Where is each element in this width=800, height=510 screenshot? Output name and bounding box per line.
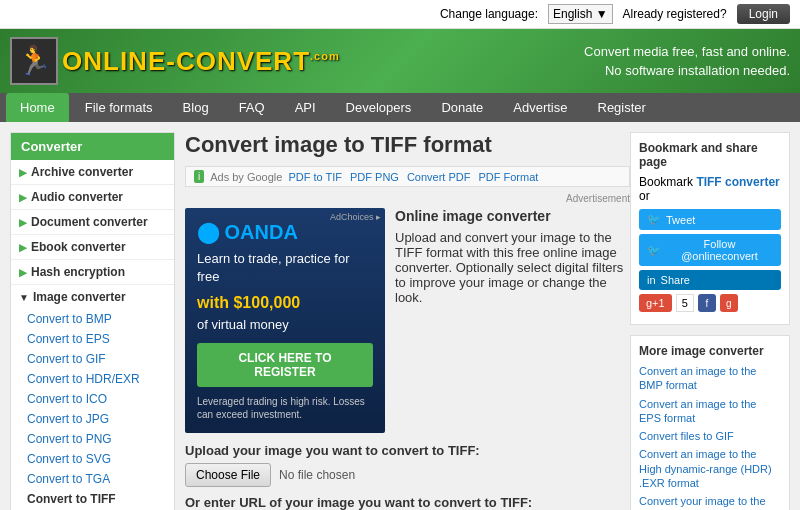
converter-info-title: Online image converter — [395, 208, 630, 224]
nav-faq[interactable]: FAQ — [225, 93, 279, 122]
gplus-row: g+1 5 f g — [639, 294, 781, 312]
ad-money: with $100,000 — [197, 294, 373, 312]
share-icon-2[interactable]: g — [720, 294, 738, 312]
sidebar-sub-item[interactable]: Convert to TGA — [11, 469, 174, 489]
content-area: Convert image to TIFF format i Ads by Go… — [185, 132, 630, 510]
nav-donate[interactable]: Donate — [427, 93, 497, 122]
top-bar: Change language: English ▼ Already regis… — [0, 0, 800, 29]
sidebar-image-toggle[interactable]: ▼ Image converter — [11, 285, 174, 309]
url-label: Or enter URL of your image you want to c… — [185, 495, 630, 510]
login-button[interactable]: Login — [737, 4, 790, 24]
header: 🏃 ONLINE-CONVERT.com Convert media free,… — [0, 29, 800, 93]
sidebar-section-document: ▶ Document converter — [11, 210, 174, 235]
sidebar-hash-toggle[interactable]: ▶ Hash encryption — [11, 260, 174, 284]
nav-blog[interactable]: Blog — [169, 93, 223, 122]
header-tagline: Convert media free, fast and online. No … — [584, 42, 790, 81]
sidebar-sub-item[interactable]: Convert to TIFF — [11, 489, 174, 509]
logo-text: ONLINE-CONVERT.com — [62, 46, 340, 77]
more-list-item[interactable]: Convert files to GIF — [639, 429, 781, 443]
sidebar-section-audio: ▶ Audio converter — [11, 185, 174, 210]
sidebar-section-archive: ▶ Archive converter — [11, 160, 174, 185]
logo-area: 🏃 ONLINE-CONVERT.com — [10, 37, 340, 85]
sidebar: Converter ▶ Archive converter ▶ Audio co… — [10, 132, 175, 510]
sidebar-audio-toggle[interactable]: ▶ Audio converter — [11, 185, 174, 209]
ad-link[interactable]: PDF PNG — [350, 171, 399, 183]
arrow-icon: ▶ — [19, 217, 27, 228]
ad-link[interactable]: PDF Format — [478, 171, 538, 183]
twitter-icon: 🐦 — [647, 213, 661, 226]
nav-bar: Home File formats Blog FAQ API Developer… — [0, 93, 800, 122]
logo-box: 🏃 — [10, 37, 58, 85]
upload-section: Upload your image you want to convert to… — [185, 443, 630, 510]
choose-file-button[interactable]: Choose File — [185, 463, 271, 487]
ad-choice: AdChoices ▸ — [330, 212, 381, 222]
nav-home[interactable]: Home — [6, 93, 69, 122]
right-sidebar: Bookmark and share page Bookmark TIFF co… — [630, 132, 790, 510]
converter-info: Online image converter Upload and conver… — [395, 208, 630, 433]
ads-bar: i Ads by Google PDF to TIF PDF PNG Conve… — [185, 166, 630, 187]
sidebar-section-ebook: ▶ Ebook converter — [11, 235, 174, 260]
arrow-icon: ▶ — [19, 267, 27, 278]
converter-info-desc: Upload and convert your image to the TIF… — [395, 230, 630, 305]
arrow-icon: ▶ — [19, 167, 27, 178]
ad-banner: AdChoices ▸ ⬤ OANDA Learn to trade, prac… — [185, 208, 385, 433]
ad-cta-button[interactable]: CLICK HERE TO REGISTER — [197, 343, 373, 387]
share-icons: f g — [698, 294, 738, 312]
content-mid: AdChoices ▸ ⬤ OANDA Learn to trade, prac… — [185, 208, 630, 433]
sidebar-section-image: ▼ Image converter Convert to BMP Convert… — [11, 285, 174, 510]
bookmark-link[interactable]: TIFF converter — [696, 175, 779, 189]
share-button[interactable]: in Share — [639, 270, 781, 290]
main-layout: Converter ▶ Archive converter ▶ Audio co… — [0, 122, 800, 510]
twitter-icon: 🐦 — [647, 244, 661, 257]
gplus-button[interactable]: g+1 — [639, 294, 672, 312]
nav-register[interactable]: Register — [584, 93, 660, 122]
nav-advertise[interactable]: Advertise — [499, 93, 581, 122]
ads-label: Ads by Google — [210, 171, 282, 183]
sidebar-sub-item[interactable]: Convert to BMP — [11, 309, 174, 329]
file-input-row: Choose File No file chosen — [185, 463, 630, 487]
ad-link[interactable]: PDF to TIF — [288, 171, 342, 183]
sidebar-sub-item[interactable]: Convert to ICO — [11, 389, 174, 409]
more-converters-box: More image converter Convert an image to… — [630, 335, 790, 510]
gplus-count: 5 — [676, 294, 694, 312]
no-file-text: No file chosen — [279, 468, 355, 482]
follow-button[interactable]: 🐦 Follow @onlineconvert — [639, 234, 781, 266]
tweet-button[interactable]: 🐦 Tweet — [639, 209, 781, 230]
sidebar-sub-item[interactable]: Convert to HDR/EXR — [11, 369, 174, 389]
ad-disclaimer: Leveraged trading is high risk. Losses c… — [197, 395, 373, 421]
more-list-item[interactable]: Convert an image to the High dynamic-ran… — [639, 447, 781, 490]
arrow-icon: ▼ — [19, 292, 29, 303]
sidebar-ebook-toggle[interactable]: ▶ Ebook converter — [11, 235, 174, 259]
change-language-label: Change language: — [440, 7, 538, 21]
ad-link[interactable]: Convert PDF — [407, 171, 471, 183]
sidebar-sub-item[interactable]: Convert to SVG — [11, 449, 174, 469]
ad-text: Learn to trade, practice for free — [197, 250, 373, 286]
nav-developers[interactable]: Developers — [332, 93, 426, 122]
nav-api[interactable]: API — [281, 93, 330, 122]
more-list: Convert an image to the BMP format Conve… — [639, 364, 781, 510]
ads-links: PDF to TIF PDF PNG Convert PDF PDF Forma… — [288, 171, 538, 183]
bookmark-box: Bookmark and share page Bookmark TIFF co… — [630, 132, 790, 325]
advertisement-label: Advertisement — [185, 193, 630, 204]
sidebar-document-toggle[interactable]: ▶ Document converter — [11, 210, 174, 234]
top-bar-right: Change language: English ▼ Already regis… — [440, 4, 790, 24]
ad-virtual-money: of virtual money — [197, 316, 373, 334]
sidebar-sub-item[interactable]: Convert to PNG — [11, 429, 174, 449]
share-icon-1[interactable]: f — [698, 294, 716, 312]
arrow-icon: ▶ — [19, 192, 27, 203]
ads-tag: i — [194, 170, 204, 183]
sidebar-sub-item[interactable]: Convert to JPG — [11, 409, 174, 429]
more-list-item[interactable]: Convert an image to the EPS format — [639, 397, 781, 426]
more-list-item[interactable]: Convert an image to the BMP format — [639, 364, 781, 393]
language-selector[interactable]: English ▼ — [548, 4, 613, 24]
upload-label: Upload your image you want to convert to… — [185, 443, 630, 458]
page-title: Convert image to TIFF format — [185, 132, 630, 158]
arrow-icon: ▶ — [19, 242, 27, 253]
sidebar-sub-item[interactable]: Convert to GIF — [11, 349, 174, 369]
bookmark-title: Bookmark and share page — [639, 141, 781, 169]
ad-oanda-logo: ⬤ OANDA — [197, 220, 373, 244]
nav-file-formats[interactable]: File formats — [71, 93, 167, 122]
sidebar-sub-item[interactable]: Convert to EPS — [11, 329, 174, 349]
more-list-item[interactable]: Convert your image to the ICO format — [639, 494, 781, 510]
sidebar-archive-toggle[interactable]: ▶ Archive converter — [11, 160, 174, 184]
